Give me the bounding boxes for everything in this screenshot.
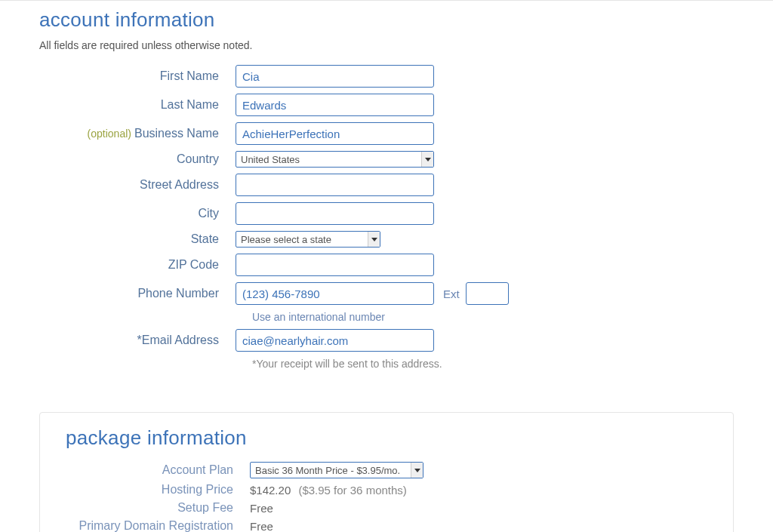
account-plan-value: Basic 36 Month Price - $3.95/mo. bbox=[255, 465, 400, 476]
setup-fee-label: Setup Fee bbox=[66, 501, 250, 515]
city-label: City bbox=[39, 207, 236, 220]
account-plan-label: Account Plan bbox=[66, 463, 250, 477]
account-section-subtitle: All fields are required unless otherwise… bbox=[39, 39, 734, 51]
package-section: package information Account Plan Basic 3… bbox=[39, 412, 734, 532]
hosting-price-detail: ($3.95 for 36 months) bbox=[298, 484, 406, 497]
chevron-down-icon bbox=[368, 232, 380, 247]
last-name-input[interactable] bbox=[236, 94, 434, 116]
email-label: *Email Address bbox=[39, 334, 236, 347]
hosting-price-value: $142.20 ($3.95 for 36 months) bbox=[250, 484, 407, 497]
account-section-title: account information bbox=[39, 8, 734, 32]
city-input[interactable] bbox=[236, 202, 434, 225]
business-name-text: Business Name bbox=[134, 127, 219, 140]
ext-label: Ext bbox=[443, 288, 460, 300]
chevron-down-icon bbox=[421, 152, 433, 167]
state-label: State bbox=[39, 232, 236, 246]
business-name-label: (optional)Business Name bbox=[39, 127, 236, 140]
zip-input[interactable] bbox=[236, 254, 434, 276]
phone-input[interactable] bbox=[236, 282, 434, 305]
email-hint: *Your receipt will be sent to this addre… bbox=[252, 358, 734, 370]
hosting-price-main: $142.20 bbox=[250, 484, 291, 497]
country-label: Country bbox=[39, 152, 236, 166]
ext-input[interactable] bbox=[466, 282, 509, 305]
account-plan-select[interactable]: Basic 36 Month Price - $3.95/mo. bbox=[250, 462, 423, 478]
business-optional-tag: (optional) bbox=[88, 128, 131, 140]
setup-fee-value: Free bbox=[250, 502, 273, 515]
street-input[interactable] bbox=[236, 174, 434, 196]
phone-label: Phone Number bbox=[39, 287, 236, 300]
email-input[interactable] bbox=[236, 329, 434, 352]
street-label: Street Address bbox=[39, 178, 236, 192]
chevron-down-icon bbox=[411, 463, 423, 478]
first-name-label: First Name bbox=[39, 69, 236, 83]
zip-label: ZIP Code bbox=[39, 258, 236, 272]
business-name-input[interactable] bbox=[236, 122, 434, 145]
intl-number-link[interactable]: Use an international number bbox=[252, 311, 734, 323]
hosting-price-label: Hosting Price bbox=[66, 483, 250, 497]
first-name-input[interactable] bbox=[236, 65, 434, 88]
account-section: account information All fields are requi… bbox=[0, 1, 773, 370]
primary-domain-value: Free bbox=[250, 520, 273, 533]
primary-domain-label: Primary Domain Registration bbox=[66, 519, 250, 532]
package-section-title: package information bbox=[66, 426, 707, 450]
state-select-value: Please select a state bbox=[241, 234, 331, 245]
country-select[interactable]: United States bbox=[236, 151, 434, 168]
country-select-value: United States bbox=[241, 154, 300, 165]
last-name-label: Last Name bbox=[39, 98, 236, 112]
state-select[interactable]: Please select a state bbox=[236, 231, 380, 248]
